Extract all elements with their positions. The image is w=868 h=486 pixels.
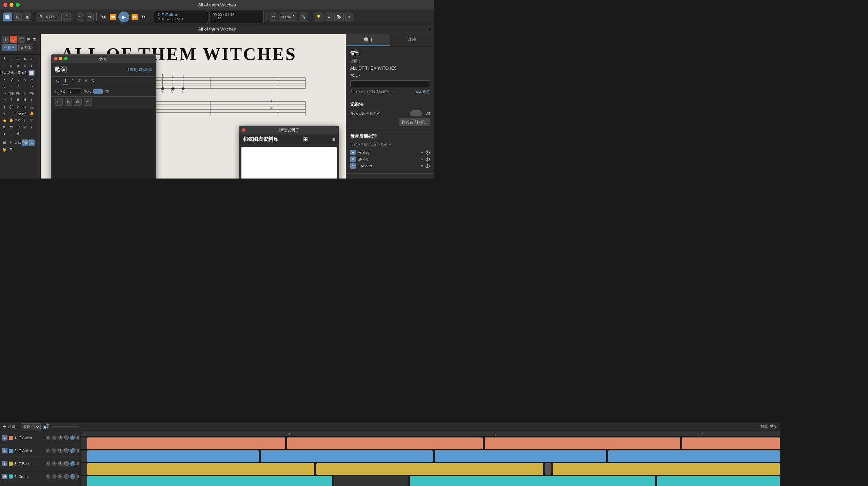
lyrics-paste[interactable]: ⧉ (74, 98, 82, 106)
sym-dot2[interactable]: ● (1, 131, 7, 137)
lyrics-content-area[interactable] (53, 109, 154, 179)
sym-rasg[interactable]: rasg. (15, 117, 21, 123)
wifi-button[interactable]: 📡 (334, 13, 344, 21)
layout-btn-1[interactable]: ⬜ (3, 13, 12, 21)
share-button[interactable]: ⬆ (345, 13, 353, 21)
sym-letter-a[interactable]: A (28, 139, 35, 146)
sym-x-note[interactable]: ✕ (15, 104, 21, 110)
sym-palm[interactable]: ✋ (8, 117, 14, 123)
sym-cresc[interactable]: ⟨ (28, 97, 35, 103)
sym-trill[interactable]: tr (1, 110, 7, 116)
rp-artist-input[interactable] (350, 80, 430, 87)
lyrics-close-btn[interactable] (54, 57, 57, 60)
sym-mf[interactable]: mf (1, 97, 7, 103)
chords-button[interactable]: ♫ 和弦 (18, 44, 33, 51)
sym-p[interactable]: p (22, 90, 28, 96)
go-start-button[interactable]: ⏮ (99, 13, 107, 21)
play-button[interactable]: ▶ (118, 12, 129, 22)
down-icon[interactable]: ▼ (32, 37, 37, 42)
lyrics-max-btn[interactable] (64, 57, 67, 60)
sym-hand[interactable]: 🤚 (28, 110, 35, 116)
sym-tr2[interactable]: tr. (1, 124, 7, 130)
sym-q1[interactable]: 𝅘𝅥𝅮 (8, 76, 14, 82)
fx-power-1[interactable]: ⏻ (425, 150, 430, 155)
sym-rest1[interactable]: 𝄼 (8, 83, 14, 89)
volume-control[interactable]: 100% ⌃ (279, 13, 297, 21)
fx-power-3[interactable]: ⏻ (425, 163, 430, 169)
measure-input[interactable] (68, 88, 81, 94)
display-toggle[interactable] (93, 89, 103, 94)
fast-forward-button[interactable]: ⏩ (130, 13, 139, 21)
lp-tab-strings[interactable]: 弦 (55, 78, 61, 85)
sym-slash[interactable]: / (28, 56, 35, 62)
sym-sharp[interactable]: # (15, 63, 21, 69)
lyrics-undo[interactable]: ↩ (55, 98, 63, 106)
tab-score[interactable]: 曲目 (346, 34, 390, 46)
lp-tab-4[interactable]: 4 (83, 78, 88, 85)
sym-rest2[interactable]: 𝄽 (15, 83, 21, 89)
rewind-button[interactable]: ⏪ (108, 13, 118, 21)
sym-double[interactable]: ≈ (8, 63, 14, 69)
sym-time-4[interactable]: 4 (22, 56, 28, 62)
fx-dropdown-3[interactable]: ▾ (421, 164, 423, 168)
lyrics-button[interactable]: ✏ 歌词 (2, 44, 17, 51)
sym-time-text[interactable]: 2:51 (15, 139, 21, 146)
notation-toggle[interactable] (410, 110, 422, 116)
undo2-button[interactable]: ↩ (270, 13, 277, 21)
sym-flat[interactable]: ♭ (22, 63, 28, 69)
sym-wave2[interactable]: ≋ (8, 124, 14, 130)
go-end-button[interactable]: ⏭ (140, 13, 148, 21)
sym-pop[interactable]: pop (22, 110, 28, 116)
fx-dropdown-1[interactable]: ▾ (421, 150, 423, 155)
sym-page[interactable]: P (8, 139, 14, 146)
style-sheet-button[interactable]: 样式表单打开... (399, 118, 430, 126)
close-button[interactable] (3, 3, 7, 7)
sym-nat[interactable]: ♮ (28, 63, 35, 69)
lyrics-help-link[interactable]: ℹ 歌词编辑语法 (127, 67, 152, 72)
fx-dropdown-2[interactable]: ▾ (421, 157, 423, 162)
sym-notes-2[interactable]: ♪ (15, 56, 21, 62)
sym-finger[interactable]: 👆 (1, 117, 7, 123)
sym-squig[interactable]: 〰 (15, 124, 21, 130)
sym-ff[interactable]: ff (15, 97, 21, 103)
lyrics-cut[interactable]: ✂ (84, 98, 92, 106)
sym-lock[interactable]: 🔒 (1, 146, 7, 152)
sym-e1[interactable]: ♫ (22, 76, 28, 82)
sym-dotted[interactable]: · (1, 76, 7, 82)
sym-8va[interactable]: 8va (1, 70, 7, 76)
sym-triangle[interactable]: △ (28, 104, 35, 110)
lp-tab-2[interactable]: 2 (70, 78, 75, 85)
sym-slap[interactable]: slap (15, 110, 21, 116)
sym-ast[interactable]: ✱ (15, 131, 21, 137)
chord-grid-icon[interactable]: ⊞ (303, 136, 308, 143)
undo-button[interactable]: ↩ (77, 13, 84, 21)
sym-mp[interactable]: mp (28, 90, 35, 96)
sym-circle[interactable]: ◯ (8, 104, 14, 110)
sym-wave[interactable]: 〜 (28, 83, 35, 89)
tab-audio[interactable]: 音轨 (390, 34, 434, 46)
sym-f[interactable]: f (8, 97, 14, 103)
sym-v[interactable]: V (28, 117, 35, 123)
sym-diamond[interactable]: ◇ (22, 104, 28, 110)
sym-notes-1[interactable]: ♩ (8, 56, 14, 62)
sym-txt[interactable]: TXT (22, 139, 28, 146)
sym-decresc[interactable]: ⟩ (1, 104, 7, 110)
sym-pp[interactable]: pp (15, 90, 21, 96)
sym-e2[interactable]: ♬ (28, 76, 35, 82)
chord-close-btn[interactable] (242, 128, 245, 132)
sym-15[interactable]: 15 (15, 70, 21, 76)
layout-btn-3[interactable]: ▣ (23, 13, 31, 21)
rp-more-link[interactable]: 显示更多 (415, 89, 430, 94)
add-score-button[interactable]: + (429, 26, 431, 32)
grid-btn[interactable]: ⊞ (63, 13, 71, 21)
sym-mordent[interactable]: 𝄖 (8, 110, 14, 116)
lyrics-min-btn[interactable] (59, 57, 62, 60)
chord-list-icon[interactable]: ≡ (332, 136, 335, 143)
minimize-button[interactable] (9, 3, 14, 7)
sym-grid[interactable]: ⊞ (1, 139, 7, 146)
flag-icon[interactable]: ⚑ (26, 37, 31, 42)
zoom-control[interactable]: 🔍 100% ⌃ (37, 13, 62, 21)
sym-8vb[interactable]: 8vb (8, 70, 14, 76)
sym-gt[interactable]: > (28, 124, 35, 130)
sym-rest3[interactable]: 𝄾 (22, 83, 28, 89)
